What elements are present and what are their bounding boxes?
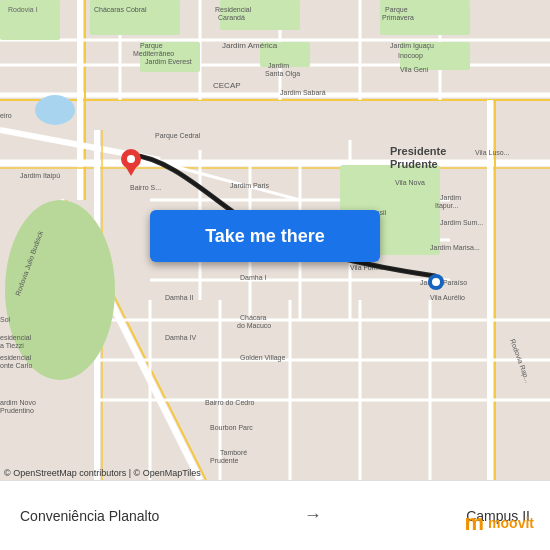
svg-text:CECAP: CECAP (213, 81, 241, 90)
svg-text:Parque: Parque (140, 42, 163, 50)
svg-text:Mediterrâneo: Mediterrâneo (133, 50, 174, 57)
svg-text:esidencial: esidencial (0, 354, 32, 361)
svg-marker-103 (124, 164, 138, 176)
svg-point-46 (35, 95, 75, 125)
svg-text:Jardim Paris: Jardim Paris (230, 182, 269, 189)
svg-text:Jardim América: Jardim América (222, 41, 278, 50)
svg-text:Jardim Sabará: Jardim Sabará (280, 89, 326, 96)
svg-text:eiro: eiro (0, 112, 12, 119)
svg-text:Vila Geni: Vila Geni (400, 66, 429, 73)
map-container: Rodovia I Chácaras Cobral Residencial Ca… (0, 0, 550, 480)
svg-text:Bairro do Cedro: Bairro do Cedro (205, 399, 255, 406)
svg-text:Vila Aurélio: Vila Aurélio (430, 294, 465, 301)
svg-text:Golden Village: Golden Village (240, 354, 286, 362)
bottom-bar: Conveniência Planalto → Campus II m moov… (0, 480, 550, 550)
svg-text:Primavera: Primavera (382, 14, 414, 21)
svg-text:a Tiezzi: a Tiezzi (0, 342, 24, 349)
svg-text:Vila Formosa: Vila Formosa (350, 264, 391, 271)
svg-text:Sol: Sol (0, 316, 11, 323)
svg-text:Tamboré: Tamboré (220, 449, 247, 456)
svg-text:Vila Luso...: Vila Luso... (475, 149, 510, 156)
svg-text:Parque Cedral: Parque Cedral (155, 132, 201, 140)
svg-text:Jardim Iguaçu: Jardim Iguaçu (390, 42, 434, 50)
arrow-icon: → (304, 505, 322, 526)
svg-text:Parque: Parque (385, 6, 408, 14)
destination-marker (427, 273, 445, 291)
svg-text:esidencial: esidencial (0, 334, 32, 341)
svg-text:Jardim Itaipú: Jardim Itaipú (20, 172, 60, 180)
origin-marker (120, 148, 142, 170)
svg-point-106 (432, 278, 440, 286)
svg-text:Jardim Marisa...: Jardim Marisa... (430, 244, 480, 251)
svg-text:Damha I: Damha I (240, 274, 267, 281)
svg-text:Chácara: Chácara (240, 314, 267, 321)
svg-text:Inocoop: Inocoop (398, 52, 423, 60)
map-attribution: © OpenStreetMap contributors | © OpenMap… (4, 468, 201, 478)
svg-text:Jardim: Jardim (440, 194, 461, 201)
svg-text:Bairro S...: Bairro S... (130, 184, 161, 191)
svg-text:Santa Olga: Santa Olga (265, 70, 300, 78)
take-me-there-button[interactable]: Take me there (150, 210, 380, 262)
svg-text:Chácaras Cobral: Chácaras Cobral (94, 6, 147, 13)
moovit-logo: m moovit (465, 510, 534, 536)
svg-text:Bourbon Parc: Bourbon Parc (210, 424, 253, 431)
svg-text:Rodovia I: Rodovia I (8, 6, 38, 13)
svg-text:Presidente: Presidente (390, 145, 446, 157)
svg-text:do Macuco: do Macuco (237, 322, 271, 329)
svg-text:Damha II: Damha II (165, 294, 193, 301)
svg-text:Jardim Sum...: Jardim Sum... (440, 219, 483, 226)
svg-text:Jardim: Jardim (268, 62, 289, 69)
svg-text:Prudentino: Prudentino (0, 407, 34, 414)
svg-text:Jardim Everest: Jardim Everest (145, 58, 192, 65)
svg-text:Carandá: Carandá (218, 14, 245, 21)
svg-text:Damha IV: Damha IV (165, 334, 196, 341)
svg-text:Residencial: Residencial (215, 6, 252, 13)
svg-text:Vila Nova: Vila Nova (395, 179, 425, 186)
svg-text:Prudente: Prudente (210, 457, 239, 464)
svg-text:ardim Novo: ardim Novo (0, 399, 36, 406)
moovit-icon: m (465, 510, 485, 536)
svg-text:Itapur...: Itapur... (435, 202, 458, 210)
moovit-text: moovit (488, 515, 534, 531)
svg-text:Prudente: Prudente (390, 158, 438, 170)
origin-label: Conveniência Planalto (20, 508, 159, 524)
svg-text:onte Carlo: onte Carlo (0, 362, 32, 369)
svg-point-104 (127, 155, 135, 163)
